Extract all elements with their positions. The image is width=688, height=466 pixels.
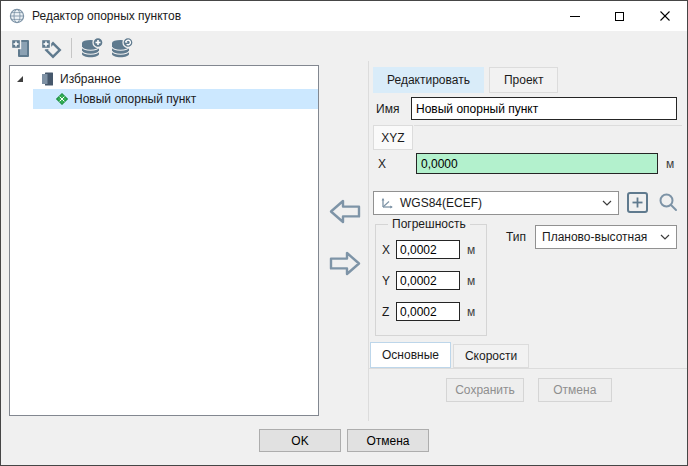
bottom-tab-strip: Основные Скорости [370, 342, 529, 368]
accuracy-x-unit: м [467, 243, 475, 257]
name-label: Имя [376, 102, 399, 116]
accuracy-groupbox: Погрешность X м Y м Z м [375, 224, 487, 336]
xyz-divider [414, 125, 682, 126]
button-label: Отмена [553, 383, 596, 397]
tab-project[interactable]: Проект [489, 67, 559, 93]
tab-label: XYZ [381, 131, 404, 145]
tree-item-new-point[interactable]: Новый опорный пункт [33, 89, 318, 109]
button-label: Отмена [366, 434, 409, 448]
database-add-icon [80, 36, 104, 60]
coordinate-x-unit: м [666, 157, 674, 171]
accuracy-x-label: X [382, 243, 396, 257]
move-right-arrow-button[interactable] [328, 250, 362, 277]
save-button[interactable]: Сохранить [446, 378, 524, 402]
accuracy-row-z: Z м [382, 302, 486, 321]
plus-icon [631, 196, 644, 209]
cancel-button[interactable]: Отмена [347, 429, 429, 452]
tab-main[interactable]: Основные [370, 342, 451, 368]
add-tag-icon [39, 36, 63, 60]
add-favorite-icon [9, 36, 33, 60]
close-button[interactable] [642, 1, 687, 31]
editor-panel: Редактировать Проект Имя XYZ X м WGS84(E… [368, 61, 688, 421]
tab-label: Проект [504, 73, 544, 87]
database-add-button[interactable] [77, 34, 107, 62]
accuracy-z-unit: м [467, 305, 475, 319]
add-favorite-button[interactable] [6, 34, 36, 62]
tab-xyz[interactable]: XYZ [373, 125, 413, 150]
titlebar: Редактор опорных пунктов [1, 1, 687, 31]
search-icon [657, 191, 679, 213]
tab-label: Основные [382, 348, 439, 362]
accuracy-z-input[interactable] [396, 302, 460, 321]
database-refresh-icon [110, 36, 134, 60]
accuracy-row-y: Y м [382, 271, 486, 290]
tab-edit[interactable]: Редактировать [373, 67, 484, 93]
type-combobox[interactable]: Планово-высотная [535, 225, 677, 249]
caption-buttons [552, 1, 687, 31]
add-tag-button[interactable] [36, 34, 66, 62]
maximize-icon [615, 12, 624, 21]
type-value: Планово-высотная [542, 230, 647, 244]
bottom-tab-divider [369, 368, 688, 369]
chevron-down-icon [660, 234, 670, 240]
cancel-edit-button[interactable]: Отмена [538, 378, 612, 402]
axes-icon [380, 196, 394, 210]
ok-button[interactable]: OK [259, 429, 341, 452]
accuracy-y-unit: м [467, 274, 475, 288]
points-tree[interactable]: Избранное Новый опорный пункт [9, 65, 319, 416]
expander-icon[interactable] [15, 74, 25, 84]
arrow-left-icon [328, 198, 362, 225]
coordinate-x-input[interactable] [416, 153, 658, 174]
tab-label: Скорости [465, 349, 517, 363]
move-left-arrow-button[interactable] [328, 198, 362, 225]
arrow-right-icon [328, 250, 362, 277]
accuracy-z-label: Z [382, 305, 396, 319]
search-crs-button[interactable] [657, 191, 679, 213]
accuracy-row-x: X м [382, 240, 486, 259]
window-title: Редактор опорных пунктов [32, 9, 181, 23]
tree-item-label: Избранное [60, 72, 121, 86]
tab-label: Редактировать [387, 73, 470, 87]
crs-value: WGS84(ECEF) [400, 196, 482, 210]
favorites-folder-icon [39, 71, 55, 87]
editor-tab-strip: Редактировать Проект [373, 67, 558, 93]
accuracy-y-label: Y [382, 274, 396, 288]
tree-item-label: Новый опорный пункт [74, 92, 196, 106]
globe-icon [9, 8, 25, 24]
accuracy-x-input[interactable] [396, 240, 460, 259]
tab-velocities[interactable]: Скорости [453, 344, 529, 368]
maximize-button[interactable] [597, 1, 642, 31]
name-input[interactable] [411, 97, 677, 120]
accuracy-group-title: Погрешность [388, 217, 470, 231]
minimize-button[interactable] [552, 1, 597, 31]
database-refresh-button[interactable] [107, 34, 137, 62]
accuracy-y-input[interactable] [396, 271, 460, 290]
save-button-row: Сохранить Отмена [369, 378, 688, 402]
control-points-editor-window: Редактор опорных пунктов [0, 0, 688, 466]
control-point-icon [55, 92, 69, 106]
chevron-down-icon [602, 200, 612, 206]
tree-item-favorites[interactable]: Избранное [10, 69, 318, 89]
close-icon [660, 11, 670, 21]
button-label: OK [291, 434, 308, 448]
minimize-icon [570, 16, 580, 17]
dialog-footer: OK Отмена [1, 429, 687, 452]
toolbar [1, 31, 687, 64]
button-label: Сохранить [455, 383, 515, 397]
coordinate-x-label: X [378, 157, 386, 171]
crs-combobox[interactable]: WGS84(ECEF) [373, 191, 619, 215]
toolbar-separator [71, 38, 72, 58]
type-label: Тип [506, 230, 526, 244]
add-crs-button[interactable] [627, 192, 648, 213]
